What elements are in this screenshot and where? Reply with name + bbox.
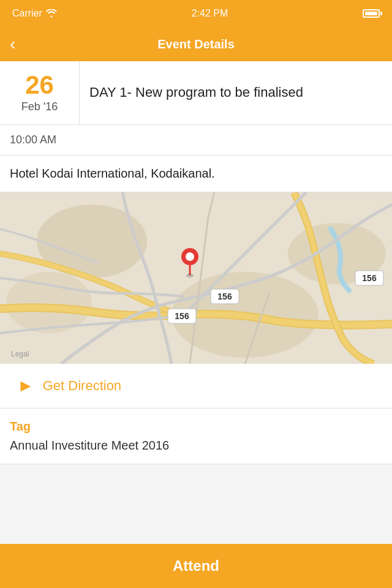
svg-text:Legal: Legal bbox=[11, 350, 29, 358]
svg-text:156: 156 bbox=[362, 273, 377, 283]
status-bar: Carrier 2:42 PM bbox=[0, 0, 392, 27]
carrier-label: Carrier bbox=[12, 8, 42, 19]
svg-point-15 bbox=[186, 274, 194, 277]
nav-bar: ‹ Event Details bbox=[0, 27, 392, 61]
time-display: 2:42 PM bbox=[192, 8, 228, 19]
event-title-box: DAY 1- New program to be finalised bbox=[80, 61, 313, 124]
nav-title: Event Details bbox=[157, 37, 235, 51]
map-svg: 156 156 156 Legal bbox=[0, 192, 392, 364]
location-row: Hotel Kodai International, Kodaikanal. bbox=[0, 156, 392, 192]
back-button[interactable]: ‹ bbox=[10, 36, 15, 53]
tag-label: Tag bbox=[10, 420, 382, 434]
event-day: 26 bbox=[25, 72, 54, 98]
battery-icon bbox=[363, 9, 380, 18]
time-row: 10:00 AM bbox=[0, 125, 392, 156]
tag-section: Tag Annual Investiture Meet 2016 bbox=[0, 409, 392, 464]
event-month: Feb '16 bbox=[21, 100, 58, 113]
get-direction-label: Get Direction bbox=[43, 378, 121, 394]
event-header: 26 Feb '16 DAY 1- New program to be fina… bbox=[0, 61, 392, 125]
direction-arrow-icon: ► bbox=[17, 377, 34, 394]
attend-label: Attend bbox=[173, 557, 219, 575]
date-box: 26 Feb '16 bbox=[0, 61, 80, 124]
event-time: 10:00 AM bbox=[10, 134, 56, 146]
svg-point-13 bbox=[186, 252, 194, 261]
event-title: DAY 1- New program to be finalised bbox=[89, 84, 303, 102]
svg-text:156: 156 bbox=[217, 292, 232, 301]
svg-text:156: 156 bbox=[175, 311, 189, 321]
wifi-icon bbox=[46, 9, 57, 18]
get-direction-row[interactable]: ► Get Direction bbox=[0, 364, 392, 409]
map-container[interactable]: 156 156 156 Legal bbox=[0, 192, 392, 364]
carrier-info: Carrier bbox=[12, 8, 57, 19]
event-location: Hotel Kodai International, Kodaikanal. bbox=[10, 167, 215, 180]
tag-value: Annual Investiture Meet 2016 bbox=[10, 439, 382, 453]
attend-button[interactable]: Attend bbox=[0, 544, 392, 588]
